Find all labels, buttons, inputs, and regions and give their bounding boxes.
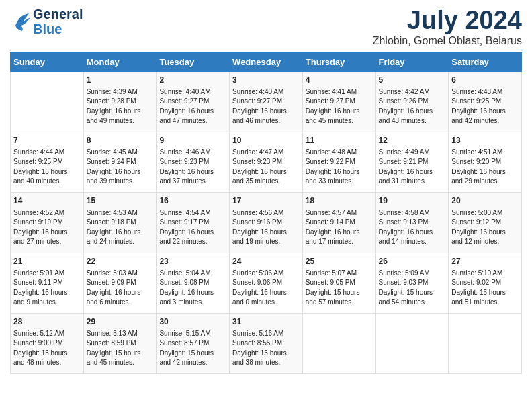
day-number: 14 xyxy=(13,195,81,207)
header-row: SundayMondayTuesdayWednesdayThursdayFrid… xyxy=(11,52,522,71)
page-header: General Blue July 2024 Zhlobin, Gomel Ob… xyxy=(10,7,522,47)
day-number: 29 xyxy=(87,316,154,328)
day-number: 1 xyxy=(87,75,154,86)
day-cell: 8Sunrise: 4:45 AMSunset: 9:24 PMDaylight… xyxy=(83,132,157,192)
day-number: 17 xyxy=(232,195,300,207)
sun-info: Sunrise: 4:56 AMSunset: 9:16 PMDaylight:… xyxy=(232,208,300,247)
day-cell: 31Sunrise: 5:16 AMSunset: 8:55 PMDayligh… xyxy=(230,313,303,373)
day-number: 19 xyxy=(379,195,446,207)
logo-text-blue: Blue xyxy=(33,21,83,36)
day-cell: 22Sunrise: 5:03 AMSunset: 9:09 PMDayligh… xyxy=(83,253,157,313)
sun-info: Sunrise: 5:09 AMSunset: 9:03 PMDaylight:… xyxy=(379,269,446,308)
sun-info: Sunrise: 5:00 AMSunset: 9:12 PMDaylight:… xyxy=(451,208,519,247)
sun-info: Sunrise: 4:41 AMSunset: 9:27 PMDaylight:… xyxy=(306,87,373,126)
sun-info: Sunrise: 5:10 AMSunset: 9:02 PMDaylight:… xyxy=(451,269,519,308)
day-number: 18 xyxy=(306,195,373,207)
sun-info: Sunrise: 4:40 AMSunset: 9:27 PMDaylight:… xyxy=(159,87,226,126)
sun-info: Sunrise: 4:49 AMSunset: 9:21 PMDaylight:… xyxy=(379,148,446,187)
day-number: 4 xyxy=(306,75,373,86)
day-number: 13 xyxy=(451,135,519,146)
sun-info: Sunrise: 4:54 AMSunset: 9:17 PMDaylight:… xyxy=(159,208,226,247)
day-cell: 3Sunrise: 4:40 AMSunset: 9:27 PMDaylight… xyxy=(230,71,303,132)
sun-info: Sunrise: 4:46 AMSunset: 9:23 PMDaylight:… xyxy=(159,148,226,187)
day-number: 8 xyxy=(87,135,154,146)
sun-info: Sunrise: 4:51 AMSunset: 9:20 PMDaylight:… xyxy=(451,148,519,187)
week-row-3: 14Sunrise: 4:52 AMSunset: 9:19 PMDayligh… xyxy=(11,192,522,253)
sun-info: Sunrise: 4:45 AMSunset: 9:24 PMDaylight:… xyxy=(87,148,154,187)
day-number: 20 xyxy=(451,195,519,207)
day-number: 30 xyxy=(159,316,226,328)
day-number: 31 xyxy=(232,316,300,328)
sun-info: Sunrise: 5:03 AMSunset: 9:09 PMDaylight:… xyxy=(87,269,154,308)
calendar-table: SundayMondayTuesdayWednesdayThursdayFrid… xyxy=(10,52,522,374)
sun-info: Sunrise: 4:48 AMSunset: 9:22 PMDaylight:… xyxy=(306,148,373,187)
col-header-monday: Monday xyxy=(83,52,157,71)
sun-info: Sunrise: 4:58 AMSunset: 9:13 PMDaylight:… xyxy=(379,208,446,247)
day-cell: 1Sunrise: 4:39 AMSunset: 9:28 PMDaylight… xyxy=(83,71,157,132)
day-cell xyxy=(302,313,375,373)
day-cell: 25Sunrise: 5:07 AMSunset: 9:05 PMDayligh… xyxy=(302,253,375,313)
title-block: July 2024 Zhlobin, Gomel Oblast, Belarus xyxy=(373,7,522,47)
day-cell: 23Sunrise: 5:04 AMSunset: 9:08 PMDayligh… xyxy=(157,253,230,313)
day-cell: 12Sunrise: 4:49 AMSunset: 9:21 PMDayligh… xyxy=(375,132,449,192)
col-header-wednesday: Wednesday xyxy=(230,52,303,71)
col-header-tuesday: Tuesday xyxy=(157,52,230,71)
day-cell: 16Sunrise: 4:54 AMSunset: 9:17 PMDayligh… xyxy=(157,192,230,253)
location-title: Zhlobin, Gomel Oblast, Belarus xyxy=(373,35,522,47)
day-number: 24 xyxy=(232,256,300,267)
day-cell: 13Sunrise: 4:51 AMSunset: 9:20 PMDayligh… xyxy=(449,132,522,192)
sun-info: Sunrise: 4:57 AMSunset: 9:14 PMDaylight:… xyxy=(306,208,373,247)
day-number: 6 xyxy=(451,75,519,86)
day-number: 15 xyxy=(87,195,154,207)
day-cell: 19Sunrise: 4:58 AMSunset: 9:13 PMDayligh… xyxy=(375,192,449,253)
day-cell: 18Sunrise: 4:57 AMSunset: 9:14 PMDayligh… xyxy=(302,192,375,253)
sun-info: Sunrise: 5:07 AMSunset: 9:05 PMDaylight:… xyxy=(306,269,373,308)
day-cell: 7Sunrise: 4:44 AMSunset: 9:25 PMDaylight… xyxy=(11,132,84,192)
day-cell: 28Sunrise: 5:12 AMSunset: 9:00 PMDayligh… xyxy=(11,313,84,373)
day-cell: 17Sunrise: 4:56 AMSunset: 9:16 PMDayligh… xyxy=(230,192,303,253)
day-cell: 24Sunrise: 5:06 AMSunset: 9:06 PMDayligh… xyxy=(230,253,303,313)
month-title: July 2024 xyxy=(373,7,522,35)
day-cell: 11Sunrise: 4:48 AMSunset: 9:22 PMDayligh… xyxy=(302,132,375,192)
sun-info: Sunrise: 4:40 AMSunset: 9:27 PMDaylight:… xyxy=(232,87,300,126)
day-cell: 27Sunrise: 5:10 AMSunset: 9:02 PMDayligh… xyxy=(449,253,522,313)
day-cell: 10Sunrise: 4:47 AMSunset: 9:23 PMDayligh… xyxy=(230,132,303,192)
week-row-5: 28Sunrise: 5:12 AMSunset: 9:00 PMDayligh… xyxy=(11,313,522,373)
day-number: 23 xyxy=(159,256,226,267)
logo-text-general: General xyxy=(33,7,83,21)
day-number: 11 xyxy=(306,135,373,146)
sun-info: Sunrise: 5:15 AMSunset: 8:57 PMDaylight:… xyxy=(159,329,226,368)
col-header-thursday: Thursday xyxy=(302,52,375,71)
sun-info: Sunrise: 4:53 AMSunset: 9:18 PMDaylight:… xyxy=(87,208,154,247)
day-number: 10 xyxy=(232,135,300,146)
day-number: 21 xyxy=(13,256,81,267)
day-cell xyxy=(375,313,449,373)
sun-info: Sunrise: 4:39 AMSunset: 9:28 PMDaylight:… xyxy=(87,87,154,126)
day-cell: 14Sunrise: 4:52 AMSunset: 9:19 PMDayligh… xyxy=(11,192,84,253)
day-number: 5 xyxy=(379,75,446,86)
sun-info: Sunrise: 4:44 AMSunset: 9:25 PMDaylight:… xyxy=(13,148,81,187)
col-header-saturday: Saturday xyxy=(449,52,522,71)
day-number: 3 xyxy=(232,75,300,86)
sun-info: Sunrise: 5:16 AMSunset: 8:55 PMDaylight:… xyxy=(232,329,300,368)
col-header-friday: Friday xyxy=(375,52,449,71)
col-header-sunday: Sunday xyxy=(11,52,84,71)
day-number: 2 xyxy=(159,75,226,86)
day-cell: 21Sunrise: 5:01 AMSunset: 9:11 PMDayligh… xyxy=(11,253,84,313)
day-cell: 29Sunrise: 5:13 AMSunset: 8:59 PMDayligh… xyxy=(83,313,157,373)
week-row-4: 21Sunrise: 5:01 AMSunset: 9:11 PMDayligh… xyxy=(11,253,522,313)
sun-info: Sunrise: 4:42 AMSunset: 9:26 PMDaylight:… xyxy=(379,87,446,126)
logo-bird-icon xyxy=(10,12,32,31)
day-number: 16 xyxy=(159,195,226,207)
day-number: 7 xyxy=(13,135,81,146)
day-cell xyxy=(11,71,84,132)
day-cell: 4Sunrise: 4:41 AMSunset: 9:27 PMDaylight… xyxy=(302,71,375,132)
sun-info: Sunrise: 5:04 AMSunset: 9:08 PMDaylight:… xyxy=(159,269,226,308)
week-row-1: 1Sunrise: 4:39 AMSunset: 9:28 PMDaylight… xyxy=(11,71,522,132)
day-cell: 2Sunrise: 4:40 AMSunset: 9:27 PMDaylight… xyxy=(157,71,230,132)
day-cell: 5Sunrise: 4:42 AMSunset: 9:26 PMDaylight… xyxy=(375,71,449,132)
week-row-2: 7Sunrise: 4:44 AMSunset: 9:25 PMDaylight… xyxy=(11,132,522,192)
sun-info: Sunrise: 5:06 AMSunset: 9:06 PMDaylight:… xyxy=(232,269,300,308)
day-number: 25 xyxy=(306,256,373,267)
sun-info: Sunrise: 5:12 AMSunset: 9:00 PMDaylight:… xyxy=(13,329,81,368)
